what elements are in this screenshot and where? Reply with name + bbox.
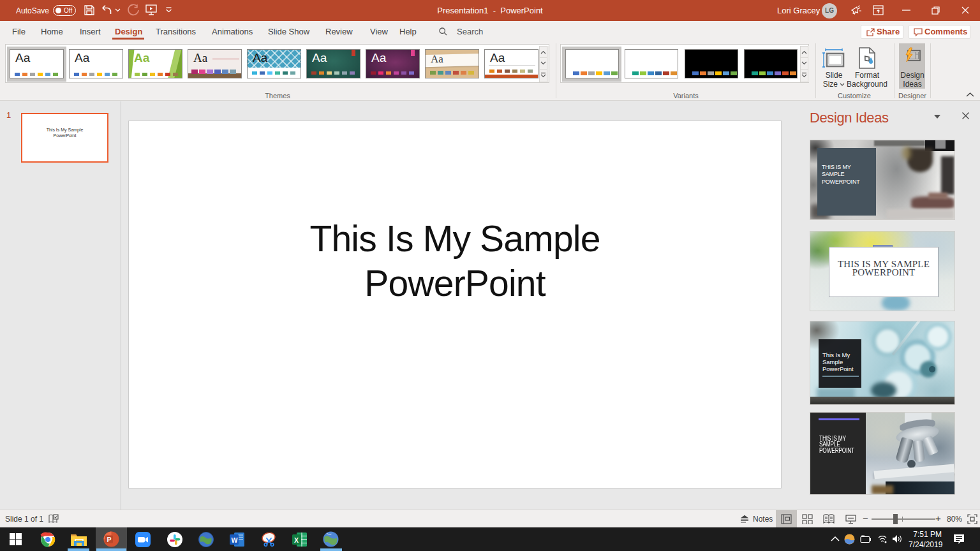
svg-text:X: X: [294, 536, 299, 544]
svg-text:P: P: [107, 536, 112, 543]
svg-text:W: W: [232, 536, 238, 544]
